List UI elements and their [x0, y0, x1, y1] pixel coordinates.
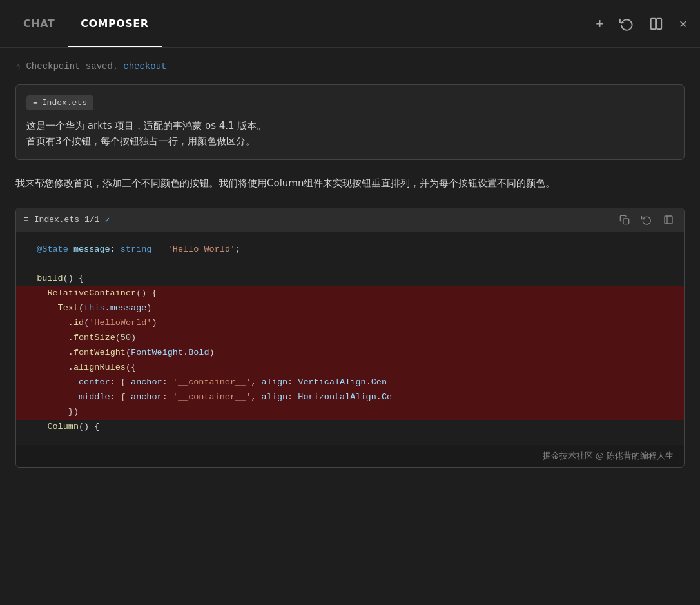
- code-block-actions: [617, 213, 676, 226]
- sidebar-button[interactable]: [661, 213, 676, 226]
- file-badge: ≡ Index.ets: [26, 95, 93, 110]
- code-block: ≡ Index.ets 1/1 ✓: [15, 208, 685, 468]
- code-diff: 1/1: [84, 215, 99, 224]
- ai-response-text: 我来帮您修改首页，添加三个不同颜色的按钮。我们将使用Column组件来实现按钮垂…: [15, 175, 685, 192]
- tab-composer[interactable]: COMPOSER: [68, 0, 161, 47]
- user-message-line-1: 这是一个华为 arkts 项目，适配的事鸿蒙 os 4.1 版本。: [26, 118, 674, 134]
- split-icon: [649, 17, 663, 31]
- star-icon: [15, 61, 21, 72]
- svg-rect-3: [665, 216, 672, 224]
- close-button[interactable]: [676, 14, 690, 34]
- user-message-line-2: 首页有3个按钮，每个按钮独占一行，用颜色做区分。: [26, 134, 674, 149]
- copy-icon: [619, 215, 630, 225]
- code-line: build() {: [16, 272, 684, 286]
- checkpoint-bar: Checkpoint saved. checkout: [15, 61, 685, 72]
- code-line: .fontSize(50): [16, 331, 684, 346]
- tab-chat-label: CHAT: [23, 17, 55, 30]
- copy-button[interactable]: [617, 213, 632, 226]
- watermark: 掘金技术社区 @ 陈佬昔的编程人生: [16, 445, 684, 467]
- code-checkmark: ✓: [104, 215, 110, 225]
- tab-bar: CHAT COMPOSER: [0, 0, 700, 48]
- checkout-link[interactable]: checkout: [123, 61, 166, 72]
- code-block-header: ≡ Index.ets 1/1 ✓: [16, 208, 684, 232]
- close-icon: [679, 16, 687, 31]
- history-button[interactable]: [617, 14, 636, 34]
- refresh-button[interactable]: [639, 213, 654, 226]
- code-lines-icon: ≡: [24, 215, 29, 224]
- history-icon: [619, 17, 634, 31]
- file-badge-label: Index.ets: [42, 98, 87, 108]
- code-line: @State message: string = 'Hello World';: [16, 243, 684, 257]
- main-content: Checkpoint saved. checkout ≡ Index.ets 这…: [0, 48, 700, 481]
- code-filename: Index.ets: [34, 215, 79, 224]
- code-line: [16, 257, 684, 272]
- svg-rect-0: [651, 18, 656, 29]
- code-content: @State message: string = 'Hello World'; …: [16, 232, 684, 445]
- file-badge-icon: ≡: [33, 98, 38, 108]
- tab-chat[interactable]: CHAT: [10, 0, 68, 47]
- code-line: .id('HelloWorld'): [16, 316, 684, 331]
- checkpoint-text: Checkpoint saved.: [26, 61, 118, 72]
- add-button[interactable]: [593, 13, 607, 35]
- tab-composer-label: COMPOSER: [81, 17, 148, 30]
- header-icons: [593, 13, 690, 35]
- code-block-title: ≡ Index.ets 1/1 ✓: [24, 215, 617, 225]
- split-button[interactable]: [647, 14, 666, 34]
- code-line: Text(this.message): [16, 301, 684, 316]
- refresh-icon: [641, 215, 652, 225]
- code-line: .alignRules({: [16, 361, 684, 375]
- code-line: Column() {: [16, 420, 684, 435]
- code-line: middle: { anchor: '__container__', align…: [16, 390, 684, 405]
- sidebar-icon: [663, 215, 674, 225]
- svg-rect-2: [623, 219, 629, 224]
- code-line: RelativeContainer() {: [16, 286, 684, 301]
- code-line: center: { anchor: '__container__', align…: [16, 375, 684, 390]
- code-line: .fontWeight(FontWeight.Bold): [16, 346, 684, 361]
- code-line: }): [16, 405, 684, 420]
- user-message-box: ≡ Index.ets 这是一个华为 arkts 项目，适配的事鸿蒙 os 4.…: [15, 84, 685, 160]
- svg-rect-1: [657, 18, 661, 29]
- plus-icon: [596, 15, 604, 32]
- user-message-text: 这是一个华为 arkts 项目，适配的事鸿蒙 os 4.1 版本。 首页有3个按…: [26, 118, 674, 149]
